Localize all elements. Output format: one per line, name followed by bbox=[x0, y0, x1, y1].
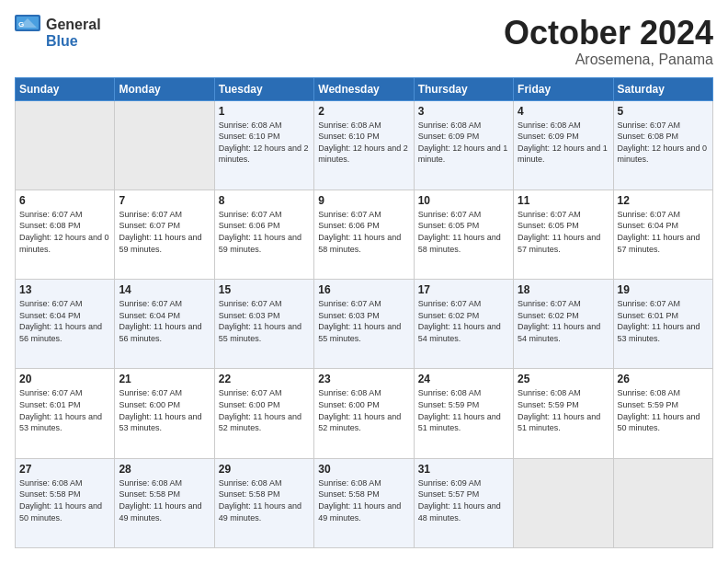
day-info: Sunrise: 6:07 AMSunset: 6:00 PMDaylight:… bbox=[119, 387, 210, 433]
day-info: Sunrise: 6:07 AMSunset: 6:08 PMDaylight:… bbox=[19, 209, 110, 255]
day-number: 5 bbox=[618, 105, 709, 118]
calendar-cell: 31Sunrise: 6:09 AMSunset: 5:57 PMDayligh… bbox=[414, 458, 513, 547]
day-info: Sunrise: 6:07 AMSunset: 6:04 PMDaylight:… bbox=[119, 298, 210, 344]
location: Arosemena, Panama bbox=[504, 52, 713, 68]
day-number: 23 bbox=[318, 373, 409, 385]
day-number: 27 bbox=[19, 463, 110, 476]
logo-icon: G bbox=[15, 15, 42, 48]
day-number: 8 bbox=[219, 194, 310, 207]
day-info: Sunrise: 6:07 AMSunset: 6:02 PMDaylight:… bbox=[518, 298, 609, 344]
day-info: Sunrise: 6:07 AMSunset: 6:03 PMDaylight:… bbox=[219, 298, 310, 344]
day-number: 22 bbox=[219, 373, 310, 385]
page: G General Blue October 2024 Arosemena, P… bbox=[0, 0, 728, 563]
day-number: 16 bbox=[318, 283, 409, 296]
calendar-cell bbox=[115, 100, 214, 190]
calendar-header-tuesday: Tuesday bbox=[214, 77, 313, 100]
day-info: Sunrise: 6:08 AMSunset: 5:59 PMDaylight:… bbox=[418, 387, 509, 433]
day-info: Sunrise: 6:07 AMSunset: 6:01 PMDaylight:… bbox=[19, 387, 110, 433]
title-area: October 2024 Arosemena, Panama bbox=[504, 15, 713, 68]
calendar-cell: 18Sunrise: 6:07 AMSunset: 6:02 PMDayligh… bbox=[514, 280, 613, 369]
calendar-cell: 16Sunrise: 6:07 AMSunset: 6:03 PMDayligh… bbox=[314, 280, 414, 369]
day-number: 25 bbox=[518, 373, 609, 385]
calendar-cell: 13Sunrise: 6:07 AMSunset: 6:04 PMDayligh… bbox=[16, 280, 115, 369]
calendar-cell: 7Sunrise: 6:07 AMSunset: 6:07 PMDaylight… bbox=[115, 190, 214, 279]
day-number: 28 bbox=[119, 463, 210, 476]
day-number: 30 bbox=[318, 463, 409, 476]
day-info: Sunrise: 6:07 AMSunset: 6:05 PMDaylight:… bbox=[518, 209, 609, 255]
day-number: 11 bbox=[518, 194, 609, 207]
calendar-cell bbox=[514, 458, 613, 547]
day-info: Sunrise: 6:07 AMSunset: 6:00 PMDaylight:… bbox=[219, 387, 310, 433]
calendar-cell bbox=[16, 100, 115, 190]
day-info: Sunrise: 6:08 AMSunset: 6:09 PMDaylight:… bbox=[518, 120, 609, 166]
day-info: Sunrise: 6:08 AMSunset: 5:58 PMDaylight:… bbox=[318, 477, 409, 523]
calendar-header-wednesday: Wednesday bbox=[314, 77, 414, 100]
calendar-cell: 26Sunrise: 6:08 AMSunset: 5:59 PMDayligh… bbox=[613, 369, 712, 458]
calendar-cell bbox=[613, 458, 712, 547]
calendar-header-monday: Monday bbox=[115, 77, 214, 100]
day-info: Sunrise: 6:08 AMSunset: 5:58 PMDaylight:… bbox=[119, 477, 210, 523]
calendar-cell: 28Sunrise: 6:08 AMSunset: 5:58 PMDayligh… bbox=[115, 458, 214, 547]
calendar-table: SundayMondayTuesdayWednesdayThursdayFrid… bbox=[15, 77, 713, 548]
month-title: October 2024 bbox=[504, 15, 713, 52]
calendar-week-row: 27Sunrise: 6:08 AMSunset: 5:58 PMDayligh… bbox=[16, 458, 713, 547]
day-info: Sunrise: 6:08 AMSunset: 6:09 PMDaylight:… bbox=[418, 120, 509, 166]
calendar-cell: 24Sunrise: 6:08 AMSunset: 5:59 PMDayligh… bbox=[414, 369, 513, 458]
calendar-header-saturday: Saturday bbox=[613, 77, 712, 100]
calendar-cell: 20Sunrise: 6:07 AMSunset: 6:01 PMDayligh… bbox=[16, 369, 115, 458]
calendar-cell: 23Sunrise: 6:08 AMSunset: 6:00 PMDayligh… bbox=[314, 369, 414, 458]
calendar-cell: 25Sunrise: 6:08 AMSunset: 5:59 PMDayligh… bbox=[514, 369, 613, 458]
day-info: Sunrise: 6:08 AMSunset: 5:59 PMDaylight:… bbox=[618, 387, 709, 433]
calendar-cell: 17Sunrise: 6:07 AMSunset: 6:02 PMDayligh… bbox=[414, 280, 513, 369]
day-info: Sunrise: 6:08 AMSunset: 5:58 PMDaylight:… bbox=[219, 477, 310, 523]
calendar-cell: 29Sunrise: 6:08 AMSunset: 5:58 PMDayligh… bbox=[214, 458, 313, 547]
day-number: 24 bbox=[418, 373, 509, 385]
day-info: Sunrise: 6:08 AMSunset: 6:10 PMDaylight:… bbox=[219, 120, 310, 166]
day-number: 14 bbox=[119, 283, 210, 296]
calendar-cell: 27Sunrise: 6:08 AMSunset: 5:58 PMDayligh… bbox=[16, 458, 115, 547]
calendar-cell: 2Sunrise: 6:08 AMSunset: 6:10 PMDaylight… bbox=[314, 100, 414, 190]
day-number: 13 bbox=[19, 283, 110, 296]
calendar-week-row: 1Sunrise: 6:08 AMSunset: 6:10 PMDaylight… bbox=[16, 100, 713, 190]
day-number: 9 bbox=[318, 194, 409, 207]
calendar-header-sunday: Sunday bbox=[16, 77, 115, 100]
header: G General Blue October 2024 Arosemena, P… bbox=[15, 15, 713, 68]
day-number: 29 bbox=[219, 463, 310, 476]
day-number: 2 bbox=[318, 105, 409, 118]
day-number: 20 bbox=[19, 373, 110, 385]
calendar-week-row: 6Sunrise: 6:07 AMSunset: 6:08 PMDaylight… bbox=[16, 190, 713, 279]
day-number: 4 bbox=[518, 105, 609, 118]
day-number: 26 bbox=[618, 373, 709, 385]
day-number: 31 bbox=[418, 463, 509, 476]
logo-blue-text: Blue bbox=[46, 33, 101, 50]
day-info: Sunrise: 6:09 AMSunset: 5:57 PMDaylight:… bbox=[418, 477, 509, 523]
day-number: 17 bbox=[418, 283, 509, 296]
calendar-cell: 9Sunrise: 6:07 AMSunset: 6:06 PMDaylight… bbox=[314, 190, 414, 279]
calendar-cell: 8Sunrise: 6:07 AMSunset: 6:06 PMDaylight… bbox=[214, 190, 313, 279]
calendar-week-row: 20Sunrise: 6:07 AMSunset: 6:01 PMDayligh… bbox=[16, 369, 713, 458]
calendar-header-row: SundayMondayTuesdayWednesdayThursdayFrid… bbox=[16, 77, 713, 100]
day-number: 7 bbox=[119, 194, 210, 207]
calendar-cell: 15Sunrise: 6:07 AMSunset: 6:03 PMDayligh… bbox=[214, 280, 313, 369]
svg-text:G: G bbox=[18, 20, 24, 29]
day-number: 10 bbox=[418, 194, 509, 207]
day-number: 1 bbox=[219, 105, 310, 118]
day-info: Sunrise: 6:07 AMSunset: 6:06 PMDaylight:… bbox=[318, 209, 409, 255]
calendar-cell: 30Sunrise: 6:08 AMSunset: 5:58 PMDayligh… bbox=[314, 458, 414, 547]
calendar-cell: 5Sunrise: 6:07 AMSunset: 6:08 PMDaylight… bbox=[613, 100, 712, 190]
calendar-header-friday: Friday bbox=[514, 77, 613, 100]
day-info: Sunrise: 6:07 AMSunset: 6:02 PMDaylight:… bbox=[418, 298, 509, 344]
calendar-header-thursday: Thursday bbox=[414, 77, 513, 100]
calendar-cell: 14Sunrise: 6:07 AMSunset: 6:04 PMDayligh… bbox=[115, 280, 214, 369]
logo: G General Blue bbox=[15, 15, 101, 52]
calendar-cell: 6Sunrise: 6:07 AMSunset: 6:08 PMDaylight… bbox=[16, 190, 115, 279]
day-info: Sunrise: 6:08 AMSunset: 6:00 PMDaylight:… bbox=[318, 387, 409, 433]
day-number: 19 bbox=[618, 283, 709, 296]
day-info: Sunrise: 6:07 AMSunset: 6:06 PMDaylight:… bbox=[219, 209, 310, 255]
calendar-week-row: 13Sunrise: 6:07 AMSunset: 6:04 PMDayligh… bbox=[16, 280, 713, 369]
day-info: Sunrise: 6:07 AMSunset: 6:08 PMDaylight:… bbox=[618, 120, 709, 166]
calendar-cell: 21Sunrise: 6:07 AMSunset: 6:00 PMDayligh… bbox=[115, 369, 214, 458]
day-info: Sunrise: 6:07 AMSunset: 6:07 PMDaylight:… bbox=[119, 209, 210, 255]
day-number: 15 bbox=[219, 283, 310, 296]
day-info: Sunrise: 6:08 AMSunset: 5:59 PMDaylight:… bbox=[518, 387, 609, 433]
